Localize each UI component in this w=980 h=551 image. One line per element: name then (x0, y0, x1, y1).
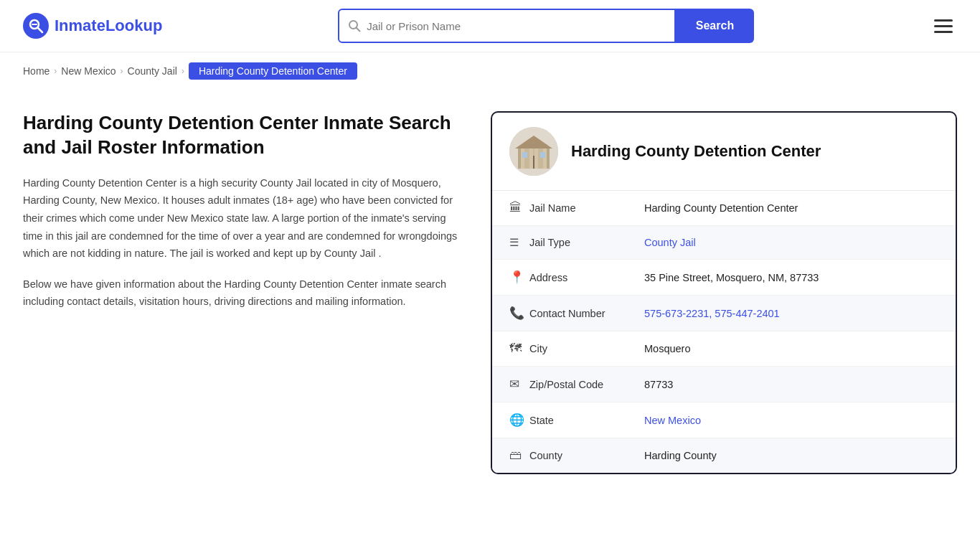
address-icon: 📍 (509, 270, 529, 285)
city-label: City (529, 343, 644, 354)
breadcrumb-state[interactable]: New Mexico (61, 65, 116, 77)
left-column: Harding County Detention Center Inmate S… (23, 111, 468, 474)
logo-link[interactable]: InmateLookup (23, 13, 162, 39)
zip-label: Zip/Postal Code (529, 379, 644, 390)
info-row-contact: 📞 Contact Number 575-673-2231, 575-447-2… (492, 296, 956, 331)
info-row-city: 🗺 City Mosquero (492, 331, 956, 367)
jail-name-icon: 🏛 (509, 201, 529, 215)
info-row-jail-name: 🏛 Jail Name Harding County Detention Cen… (492, 191, 956, 226)
address-value: 35 Pine Street, Mosquero, NM, 87733 (644, 272, 819, 283)
card-header: Harding County Detention Center (492, 113, 956, 191)
county-value: Harding County (644, 450, 717, 461)
search-bar: Search (338, 9, 754, 43)
hamburger-menu[interactable] (930, 15, 957, 37)
svg-rect-14 (522, 152, 527, 158)
logo-icon (23, 13, 49, 39)
zip-icon: ✉ (509, 377, 529, 392)
breadcrumb-current: Harding County Detention Center (189, 62, 357, 80)
info-row-address: 📍 Address 35 Pine Street, Mosquero, NM, … (492, 260, 956, 296)
jail-type-link[interactable]: County Jail (644, 237, 696, 248)
search-input[interactable] (367, 20, 666, 32)
svg-line-4 (357, 28, 360, 32)
search-icon (348, 19, 361, 32)
info-card: Harding County Detention Center 🏛 Jail N… (491, 111, 957, 474)
breadcrumb-sep-1: › (54, 66, 57, 76)
facility-thumbnail (509, 127, 558, 176)
breadcrumb: Home › New Mexico › County Jail › Hardin… (0, 52, 980, 90)
address-label: Address (529, 272, 644, 283)
info-row-zip: ✉ Zip/Postal Code 87733 (492, 367, 956, 402)
jail-name-label: Jail Name (529, 202, 644, 214)
breadcrumb-type[interactable]: County Jail (128, 65, 177, 77)
site-header: InmateLookup Search (0, 0, 980, 52)
right-column: Harding County Detention Center 🏛 Jail N… (491, 111, 957, 474)
svg-rect-15 (540, 152, 545, 158)
contact-label: Contact Number (529, 308, 644, 319)
svg-rect-10 (529, 147, 533, 169)
breadcrumb-home[interactable]: Home (23, 65, 50, 77)
page-title: Harding County Detention Center Inmate S… (23, 111, 468, 160)
state-icon: 🌐 (509, 413, 529, 428)
county-label: County (529, 450, 644, 461)
breadcrumb-sep-2: › (121, 66, 123, 76)
svg-rect-11 (534, 147, 538, 169)
state-value: New Mexico (644, 415, 701, 426)
state-link[interactable]: New Mexico (644, 415, 701, 426)
city-icon: 🗺 (509, 342, 529, 356)
contact-link[interactable]: 575-673-2231, 575-447-2401 (644, 308, 780, 319)
jail-type-label: Jail Type (529, 237, 644, 248)
info-row-jail-type: ☰ Jail Type County Jail (492, 226, 956, 260)
contact-value: 575-673-2231, 575-447-2401 (644, 308, 780, 319)
breadcrumb-sep-3: › (182, 66, 184, 76)
description-1: Harding County Detention Center is a hig… (23, 174, 468, 263)
search-button[interactable]: Search (676, 9, 754, 43)
state-label: State (529, 415, 644, 426)
zip-value: 87733 (644, 379, 673, 390)
contact-icon: 📞 (509, 306, 529, 321)
facility-name: Harding County Detention Center (571, 142, 821, 161)
jail-name-value: Harding County Detention Center (644, 202, 798, 214)
city-value: Mosquero (644, 343, 690, 354)
search-input-wrapper (338, 9, 676, 43)
logo-text: InmateLookup (55, 17, 162, 35)
info-row-county: 🗃 County Harding County (492, 438, 956, 473)
county-icon: 🗃 (509, 448, 529, 463)
jail-type-value: County Jail (644, 237, 696, 248)
jail-type-icon: ☰ (509, 236, 529, 249)
info-row-state: 🌐 State New Mexico (492, 402, 956, 438)
description-2: Below we have given information about th… (23, 276, 468, 311)
info-table: 🏛 Jail Name Harding County Detention Cen… (492, 191, 956, 473)
main-content: Harding County Detention Center Inmate S… (0, 90, 980, 503)
svg-line-1 (38, 28, 43, 33)
